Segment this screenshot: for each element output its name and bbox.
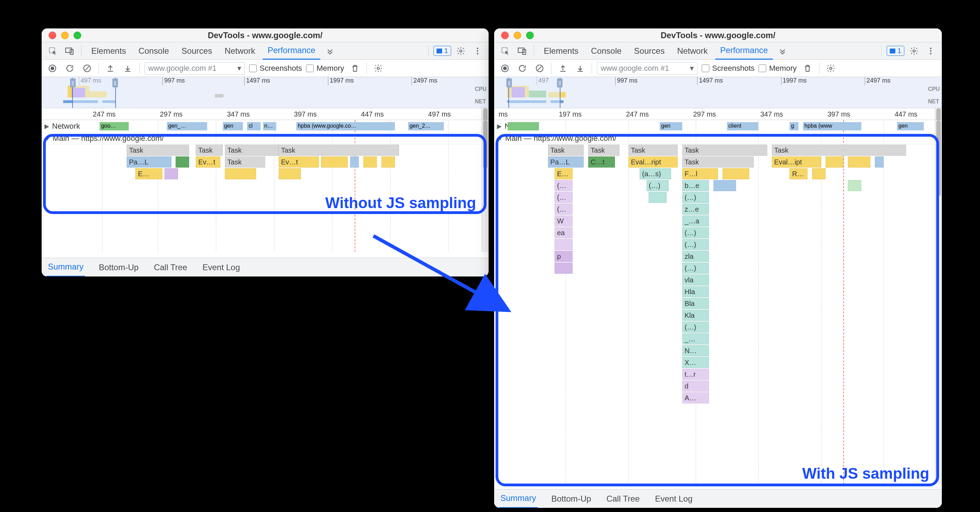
network-bar[interactable]: goo… [100, 122, 129, 130]
timeline-overview[interactable]: 497 997 ms 1497 ms 1997 ms 2497 ms CPU N… [494, 77, 942, 108]
overview-viewport[interactable]: || || [508, 78, 560, 108]
network-bar[interactable]: gen [897, 122, 924, 130]
flame-frame[interactable]: (… [555, 204, 573, 215]
network-bar[interactable]: hpba (www.google.co… [296, 122, 395, 130]
flame-frame[interactable]: A… [682, 392, 709, 404]
flame-frame[interactable] [164, 168, 178, 179]
flame-frame[interactable]: (…) [682, 262, 709, 274]
flame-frame[interactable]: C…t [588, 156, 615, 167]
profile-selector[interactable]: www.google.com #1 ▾ [144, 62, 245, 75]
flame-frame[interactable]: (a…s) [640, 168, 671, 179]
flame-frame[interactable]: vla [682, 274, 709, 286]
flame-frame[interactable]: Task [682, 145, 767, 156]
flame-frame[interactable]: E… [135, 168, 162, 179]
tab-performance[interactable]: Performance [715, 42, 773, 60]
flame-frame[interactable]: Kla [682, 310, 709, 321]
bottom-tab-eventlog[interactable]: Event Log [654, 490, 694, 508]
capture-settings-gear-icon[interactable] [372, 62, 385, 75]
flame-frame[interactable]: Task [682, 156, 754, 167]
flame-frame[interactable]: Task [225, 156, 265, 167]
flame-frame[interactable]: W [555, 215, 573, 226]
disclosure-triangle-icon[interactable]: ▼ [45, 135, 53, 142]
flame-frame[interactable]: _… [682, 333, 709, 345]
flame-frame[interactable]: Task [588, 145, 619, 156]
network-bar[interactable]: gen [223, 122, 243, 130]
download-profile-icon[interactable] [121, 62, 134, 75]
screenshots-checkbox[interactable]: Screenshots [249, 64, 302, 73]
flame-frame[interactable] [278, 168, 301, 179]
flame-frame[interactable] [350, 156, 359, 167]
tab-elements[interactable]: Elements [539, 42, 583, 60]
network-bar[interactable]: n… [263, 122, 277, 130]
bottom-tab-bottomup[interactable]: Bottom-Up [97, 258, 140, 277]
flame-frame[interactable]: Eval…ript [628, 156, 678, 167]
tab-elements[interactable]: Elements [86, 42, 131, 60]
network-lane[interactable]: ▶ Network goo…gen_…gencln…hpba (www.goog… [41, 120, 488, 132]
flame-frame[interactable] [649, 192, 667, 203]
upload-profile-icon[interactable] [104, 62, 117, 75]
profile-selector[interactable]: www.google.com #1 ▾ [597, 62, 697, 75]
flame-frame[interactable]: E… [555, 168, 573, 179]
upload-profile-icon[interactable] [556, 62, 570, 75]
inspect-element-icon[interactable] [498, 44, 512, 58]
flame-frame[interactable] [848, 180, 861, 191]
tab-network[interactable]: Network [220, 42, 260, 60]
flame-scrollbar[interactable] [935, 120, 942, 484]
flame-frame[interactable]: _…a [682, 215, 709, 226]
minimize-window-button[interactable] [61, 32, 69, 39]
issues-button[interactable]: 1 [887, 46, 904, 56]
minimize-window-button[interactable] [514, 32, 521, 39]
flame-frame[interactable]: t…r [682, 369, 709, 380]
reload-record-button[interactable] [516, 62, 529, 75]
flame-frame[interactable] [381, 156, 395, 167]
device-toolbar-icon[interactable] [62, 44, 76, 58]
network-bar[interactable]: hpba (www [803, 122, 861, 130]
flame-frame[interactable]: (…) [682, 192, 709, 203]
capture-settings-gear-icon[interactable] [824, 62, 837, 75]
bottom-tab-eventlog[interactable]: Event Log [201, 258, 241, 277]
device-toolbar-icon[interactable] [515, 44, 529, 58]
flame-frame[interactable]: z…e [682, 204, 709, 215]
flame-area[interactable]: ▶ Network genclientghpba (wwwgen ▼ Main … [494, 120, 942, 484]
flame-scrollbar[interactable] [482, 108, 488, 120]
network-bar[interactable]: gen [660, 122, 682, 130]
viewport-handle-left[interactable]: || [70, 78, 76, 87]
flame-frame[interactable]: Task [628, 145, 678, 156]
network-lane[interactable]: ▶ Network genclientghpba (wwwgen [494, 120, 942, 132]
network-bar[interactable]: client [727, 122, 758, 130]
more-tabs-icon[interactable] [323, 44, 337, 58]
flame-frame[interactable] [826, 156, 844, 167]
network-bar[interactable]: g [789, 122, 799, 130]
tab-sources[interactable]: Sources [629, 42, 670, 60]
flame-frame[interactable] [176, 156, 189, 167]
tab-console[interactable]: Console [134, 42, 174, 60]
viewport-handle-left[interactable]: || [506, 78, 512, 87]
flame-frame[interactable]: F…l [682, 168, 718, 179]
network-bar[interactable]: cl [247, 122, 261, 130]
flame-frame[interactable]: Pa…L [127, 156, 172, 167]
flame-frame[interactable] [555, 262, 573, 274]
flame-frame[interactable]: (…) [682, 321, 709, 333]
download-profile-icon[interactable] [574, 62, 587, 75]
flame-frame[interactable]: zla [682, 251, 709, 262]
reload-record-button[interactable] [63, 62, 76, 75]
flame-frame[interactable] [713, 180, 736, 191]
flame-frame[interactable] [812, 168, 826, 179]
flame-frame[interactable]: Eval…ipt [772, 156, 821, 167]
network-bar[interactable] [508, 122, 539, 130]
timeline-overview[interactable]: 497 ms 997 ms 1497 ms 1997 ms 2497 ms CP… [41, 77, 488, 108]
flame-chart[interactable]: TaskTaskTaskTaskTaskPa…LC…tEval…riptTask… [494, 145, 942, 478]
network-bar[interactable]: gen_2… [408, 122, 444, 130]
flame-frame[interactable] [321, 156, 348, 167]
clear-button[interactable] [81, 62, 94, 75]
close-window-button[interactable] [49, 32, 56, 39]
issues-button[interactable]: 1 [433, 46, 451, 56]
viewport-handle-right[interactable]: || [557, 78, 563, 87]
maximize-window-button[interactable] [73, 32, 81, 39]
flame-frame[interactable]: Task [772, 145, 906, 156]
clear-button[interactable] [533, 62, 546, 75]
main-lane-header[interactable]: ▼ Main — https://www.google.com/ [494, 132, 942, 145]
overview-viewport[interactable]: || || [72, 78, 116, 108]
close-window-button[interactable] [501, 32, 509, 39]
tab-network[interactable]: Network [672, 42, 713, 60]
